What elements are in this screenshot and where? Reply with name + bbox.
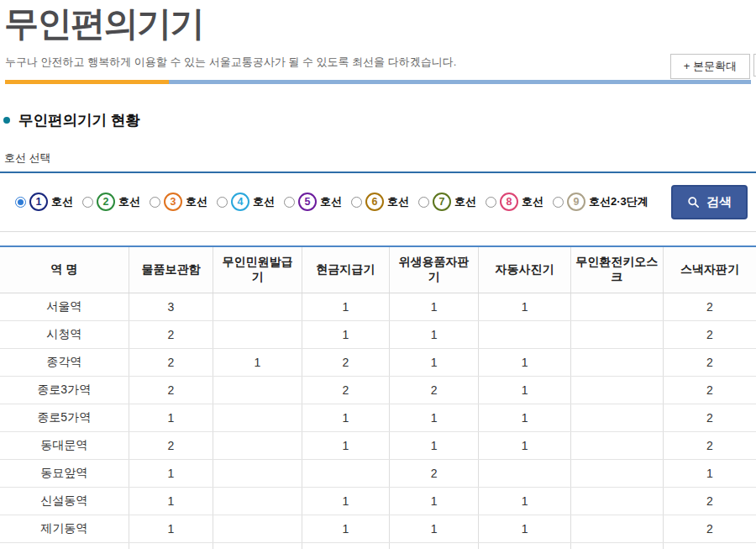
device-count-cell: 2 [302, 348, 389, 376]
line-4-badge-icon: 4 [231, 193, 249, 211]
device-count-cell [570, 515, 663, 542]
device-count-cell: 1 [479, 404, 571, 431]
radio-unselected-icon[interactable] [486, 197, 496, 208]
line-option-4[interactable]: 4호선 [217, 193, 275, 211]
table-header-cell: 자동사진기 [479, 246, 571, 293]
device-count-cell: 1 [302, 515, 389, 542]
station-name-cell: 종로3가역 [0, 376, 129, 404]
table-header-cell: 스낵자판기 [663, 246, 756, 293]
device-count-cell: 1 [302, 404, 389, 431]
station-name-cell: 종로5가역 [0, 404, 129, 431]
device-count-cell: 1 [479, 376, 571, 404]
table-row: 종로5가역11112 [0, 404, 756, 431]
line-option-9[interactable]: 9호선2·3단계 [553, 193, 648, 211]
device-count-cell [479, 459, 571, 487]
line-option-label: 호선 [387, 194, 409, 209]
device-count-cell: 1 [479, 487, 571, 515]
table-row: 동묘앞역121 [0, 459, 756, 487]
device-count-cell: 2 [129, 320, 213, 348]
radio-unselected-icon[interactable] [150, 197, 160, 208]
line-6-badge-icon: 6 [365, 193, 384, 211]
radio-unselected-icon[interactable] [553, 197, 564, 208]
radio-unselected-icon[interactable] [217, 197, 228, 208]
station-name-cell: 시청역 [0, 320, 129, 348]
device-count-cell: 2 [129, 376, 213, 404]
device-count-cell [570, 542, 663, 549]
line-option-7[interactable]: 7호선 [418, 193, 476, 211]
device-count-cell [213, 404, 302, 431]
line-option-1[interactable]: 1호선 [15, 193, 73, 211]
device-count-cell: 1 [389, 431, 478, 459]
table-row: 청량리역12111 [0, 542, 756, 549]
line-option-label: 호선 [51, 194, 73, 209]
radio-selected-icon[interactable] [15, 197, 26, 208]
device-count-cell: 2 [389, 459, 478, 487]
device-count-cell: 1 [129, 404, 213, 431]
device-count-cell: 1 [479, 348, 571, 376]
device-count-cell: 2 [663, 293, 756, 320]
device-count-cell: 2 [129, 431, 213, 459]
device-count-cell [302, 459, 389, 487]
bullet-icon [3, 117, 10, 124]
device-count-cell: 1 [302, 293, 389, 320]
device-count-cell: 1 [389, 348, 478, 376]
device-count-cell [213, 542, 302, 549]
line-options: 1호선2호선3호선4호선5호선6호선7호선8호선9호선2·3단계 [15, 193, 671, 211]
device-count-cell: 1 [479, 515, 571, 542]
line-8-badge-icon: 8 [500, 193, 518, 211]
table-row: 동대문역21112 [0, 431, 756, 459]
line-option-8[interactable]: 8호선 [486, 193, 543, 211]
device-count-cell [570, 487, 663, 515]
line-option-5[interactable]: 5호선 [284, 193, 342, 211]
device-count-cell [213, 515, 302, 542]
line-option-6[interactable]: 6호선 [351, 193, 409, 211]
search-icon [687, 196, 700, 209]
radio-unselected-icon[interactable] [418, 197, 429, 208]
device-count-cell: 2 [663, 487, 756, 515]
device-count-cell [213, 293, 302, 320]
device-count-cell: 3 [129, 293, 213, 320]
device-count-cell: 2 [389, 376, 478, 404]
radio-unselected-icon[interactable] [284, 197, 295, 208]
device-count-cell: 2 [663, 348, 756, 376]
line-7-badge-icon: 7 [433, 193, 451, 211]
device-count-cell: 1 [479, 431, 571, 459]
device-count-cell [213, 487, 302, 515]
text-zoom-button[interactable]: + 본문확대 [670, 54, 750, 79]
radio-unselected-icon[interactable] [351, 197, 362, 208]
device-count-cell [570, 348, 663, 376]
device-count-cell: 1 [663, 459, 756, 487]
table-header-cell: 현금지급기 [302, 246, 389, 293]
line-option-2[interactable]: 2호선 [82, 193, 140, 211]
device-count-cell [570, 459, 663, 487]
divider-orange-segment [5, 80, 169, 84]
table-row: 시청역2112 [0, 320, 756, 348]
search-button[interactable]: 검색 [671, 185, 748, 219]
page-header: 무인편의기기 누구나 안전하고 행복하게 이용할 수 있는 서울교통공사가 될 … [0, 0, 756, 84]
device-count-cell [570, 376, 663, 404]
line-select-panel: 1호선2호선3호선4호선5호선6호선7호선8호선9호선2·3단계 검색 [0, 172, 756, 232]
device-count-cell [213, 320, 302, 348]
line-option-label: 호선 [253, 194, 275, 209]
line-option-3[interactable]: 3호선 [150, 193, 207, 211]
device-count-cell: 2 [302, 542, 389, 549]
table-header-cell: 위생용품자판기 [389, 246, 478, 293]
devices-section: 무인편의기기 현황 호선 선택 1호선2호선3호선4호선5호선6호선7호선8호선… [0, 110, 756, 549]
station-name-cell: 동대문역 [0, 431, 129, 459]
page-subtitle: 누구나 안전하고 행복하게 이용할 수 있는 서울교통공사가 될 수 있도록 최… [5, 55, 756, 70]
line-option-label: 호선 [320, 194, 342, 209]
device-count-cell: 1 [129, 542, 213, 549]
line-9-badge-icon: 9 [567, 193, 585, 211]
table-header-cell: 역 명 [0, 246, 129, 293]
device-count-cell: 1 [389, 542, 478, 549]
search-button-label: 검색 [706, 194, 732, 210]
device-count-cell: 1 [129, 459, 213, 487]
device-count-cell [570, 320, 663, 348]
device-count-cell: 2 [663, 376, 756, 404]
station-name-cell: 제기동역 [0, 515, 129, 542]
radio-unselected-icon[interactable] [82, 197, 93, 208]
line-1-badge-icon: 1 [29, 193, 48, 211]
line-option-label: 호선 [454, 194, 476, 209]
device-count-cell: 1 [302, 487, 389, 515]
device-count-cell: 1 [389, 515, 478, 542]
